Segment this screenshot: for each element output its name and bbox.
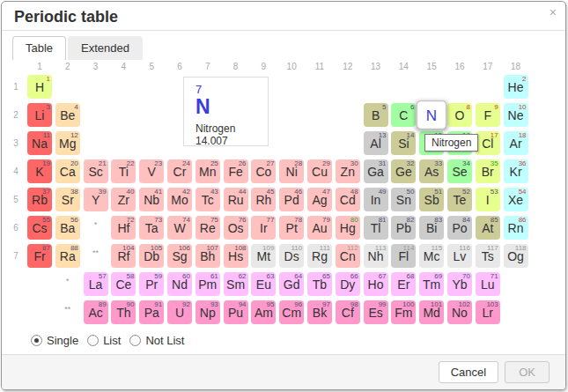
element-cell-Ta[interactable]: 73Ta <box>139 216 164 240</box>
element-cell-Se[interactable]: 34Se <box>447 159 472 183</box>
radio-not-list[interactable]: Not List <box>129 334 184 347</box>
element-cell-Og[interactable]: 118Og <box>504 244 528 268</box>
element-cell-U[interactable]: 92U <box>167 300 192 324</box>
element-cell-Md[interactable]: 101Md <box>419 300 444 324</box>
ok-button[interactable]: OK <box>505 361 550 383</box>
element-cell-Sr[interactable]: 38Sr <box>55 188 80 211</box>
element-cell-Ge[interactable]: 32Ge <box>391 159 416 183</box>
element-cell-Ne[interactable]: 10Ne <box>504 103 528 127</box>
element-cell-Na[interactable]: 11Na <box>27 131 52 155</box>
element-cell-Db[interactable]: 105Db <box>139 244 164 268</box>
element-cell-Cf[interactable]: 98Cf <box>336 300 360 324</box>
element-cell-Nb[interactable]: 41Nb <box>139 188 164 211</box>
element-cell-Ba[interactable]: 56Ba <box>55 216 80 240</box>
element-cell-Yb[interactable]: 70Yb <box>447 272 472 296</box>
element-cell-N[interactable]: N <box>417 100 446 129</box>
element-cell-Zn[interactable]: 30Zn <box>336 159 360 183</box>
element-cell-Es[interactable]: 99Es <box>364 300 388 324</box>
element-cell-Th[interactable]: 90Th <box>111 300 136 324</box>
element-cell-Gd[interactable]: 64Gd <box>279 272 304 296</box>
element-cell-Er[interactable]: 68Er <box>391 272 416 296</box>
element-cell-Fe[interactable]: 26Fe <box>224 159 248 183</box>
element-cell-Bh[interactable]: 107Bh <box>195 244 220 268</box>
element-cell-He[interactable]: 2He <box>504 75 528 99</box>
element-cell-Au[interactable]: 79Au <box>307 216 332 240</box>
element-cell-Bi[interactable]: 83Bi <box>419 216 444 240</box>
element-cell-Y[interactable]: 39Y <box>84 188 108 211</box>
element-cell-Rh[interactable]: 45Rh <box>251 188 276 211</box>
element-cell-Lu[interactable]: 71Lu <box>476 272 500 296</box>
element-cell-Ce[interactable]: 58Ce <box>111 272 136 296</box>
element-cell-K[interactable]: 19K <box>27 159 52 183</box>
element-cell-Rn[interactable]: 86Rn <box>504 216 528 240</box>
element-cell-Ca[interactable]: 20Ca <box>55 159 80 183</box>
element-cell-Xe[interactable]: 54Xe <box>504 188 528 211</box>
element-cell-O[interactable]: 8O <box>447 103 472 127</box>
element-cell-Rg[interactable]: 111Rg <box>307 244 332 268</box>
element-cell-Ho[interactable]: 67Ho <box>364 272 388 296</box>
radio-circle-icon[interactable] <box>87 335 99 346</box>
element-cell-Zr[interactable]: 40Zr <box>111 188 136 211</box>
element-cell-Ds[interactable]: 110Ds <box>279 244 304 268</box>
tab-table[interactable]: Table <box>12 36 66 60</box>
element-cell-W[interactable]: 74W <box>167 216 192 240</box>
element-cell-Ga[interactable]: 31Ga <box>364 159 388 183</box>
element-cell-Mc[interactable]: 115Mc <box>419 244 444 268</box>
radio-circle-icon[interactable] <box>31 335 42 346</box>
element-cell-Ag[interactable]: 47Ag <box>307 188 332 211</box>
element-cell-Be[interactable]: 4Be <box>55 103 80 127</box>
element-cell-La[interactable]: 57La <box>84 272 108 296</box>
element-cell-Tb[interactable]: 65Tb <box>307 272 332 296</box>
element-cell-Ts[interactable]: 117Ts <box>476 244 500 268</box>
element-cell-Os[interactable]: 76Os <box>224 216 248 240</box>
element-cell-Mt[interactable]: 109Mt <box>251 244 276 268</box>
element-cell-Fr[interactable]: 87Fr <box>27 244 52 268</box>
close-icon[interactable]: × <box>550 6 557 18</box>
element-cell-No[interactable]: 102No <box>447 300 472 324</box>
element-cell-Dy[interactable]: 66Dy <box>336 272 360 296</box>
element-cell-Nh[interactable]: 113Nh <box>364 244 388 268</box>
element-cell-B[interactable]: 5B <box>364 103 388 127</box>
element-cell-Pb[interactable]: 82Pb <box>391 216 416 240</box>
element-cell-Hf[interactable]: 72Hf <box>111 216 136 240</box>
element-cell-Te[interactable]: 52Te <box>447 188 472 211</box>
element-cell-Ra[interactable]: 88Ra <box>55 244 80 268</box>
element-cell-At[interactable]: 85At <box>476 216 500 240</box>
element-cell-Nd[interactable]: 60Nd <box>167 272 192 296</box>
element-cell-Pm[interactable]: 61Pm <box>195 272 220 296</box>
element-cell-Cs[interactable]: 55Cs <box>27 216 52 240</box>
element-cell-Fl[interactable]: 114Fl <box>391 244 416 268</box>
element-cell-Br[interactable]: 35Br <box>476 159 500 183</box>
element-cell-Ti[interactable]: 22Ti <box>111 159 136 183</box>
element-cell-Pt[interactable]: 78Pt <box>279 216 304 240</box>
element-cell-Am[interactable]: 95Am <box>251 300 276 324</box>
element-cell-Fm[interactable]: 100Fm <box>391 300 416 324</box>
element-cell-Pd[interactable]: 46Pd <box>279 188 304 211</box>
element-cell-Pa[interactable]: 91Pa <box>139 300 164 324</box>
element-cell-Li[interactable]: 3Li <box>27 103 52 127</box>
radio-list[interactable]: List <box>87 334 121 347</box>
element-cell-Sc[interactable]: 21Sc <box>84 159 108 183</box>
element-cell-Ac[interactable]: 89Ac <box>84 300 108 324</box>
element-cell-Np[interactable]: 93Np <box>195 300 220 324</box>
element-cell-Co[interactable]: 27Co <box>251 159 276 183</box>
element-cell-Lr[interactable]: 103Lr <box>476 300 500 324</box>
element-cell-Cd[interactable]: 48Cd <box>336 188 360 211</box>
element-cell-Si[interactable]: 14Si <box>391 131 416 155</box>
element-cell-Cm[interactable]: 96Cm <box>279 300 304 324</box>
element-cell-F[interactable]: 9F <box>476 103 500 127</box>
element-cell-Pu[interactable]: 94Pu <box>224 300 248 324</box>
element-cell-Al[interactable]: 13Al <box>364 131 388 155</box>
cancel-button[interactable]: Cancel <box>439 361 498 383</box>
element-cell-As[interactable]: 33As <box>419 159 444 183</box>
element-cell-Ni[interactable]: 28Ni <box>279 159 304 183</box>
element-cell-Cr[interactable]: 24Cr <box>167 159 192 183</box>
radio-circle-icon[interactable] <box>129 335 141 346</box>
element-cell-Cn[interactable]: 112Cn <box>336 244 360 268</box>
element-cell-In[interactable]: 49In <box>364 188 388 211</box>
element-cell-Mo[interactable]: 42Mo <box>167 188 192 211</box>
element-cell-Sb[interactable]: 51Sb <box>419 188 444 211</box>
element-cell-Sm[interactable]: 62Sm <box>224 272 248 296</box>
tab-extended[interactable]: Extended <box>68 36 143 60</box>
element-cell-Kr[interactable]: 36Kr <box>504 159 528 183</box>
